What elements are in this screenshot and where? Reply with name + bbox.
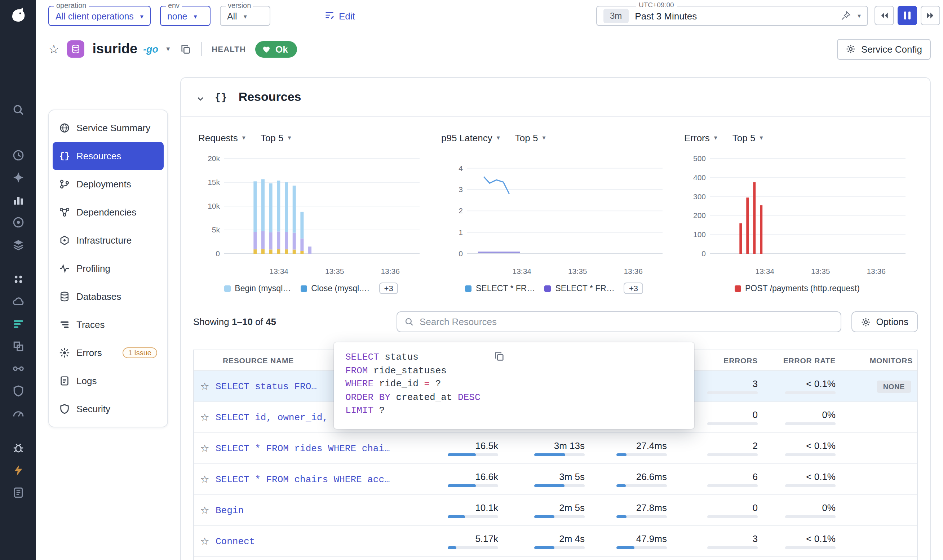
sidebar-item-traces[interactable]: Traces (52, 311, 164, 339)
search-icon[interactable] (12, 104, 24, 116)
sparkle-icon[interactable] (12, 172, 24, 184)
table-row[interactable] (194, 557, 917, 560)
target-icon[interactable] (12, 216, 24, 228)
legend-label: SELECT * FR… (476, 284, 535, 292)
pin-icon[interactable] (841, 11, 851, 21)
star-icon[interactable]: ☆ (194, 443, 215, 454)
sidebar-item-label: Security (77, 404, 110, 414)
metric-cell: 0 (671, 502, 762, 518)
sidebar-item-logs[interactable]: Logs (52, 367, 164, 395)
sidebar-item-infrastructure[interactable]: Infrastructure (52, 226, 164, 254)
resource-name-link[interactable]: Begin (215, 505, 422, 516)
chevron-down-icon[interactable]: ▾ (858, 12, 861, 19)
sidebar-item-databases[interactable]: Databases (52, 283, 164, 311)
chevron-down-icon[interactable]: ▾ (288, 134, 291, 141)
metric-value: 26.6ms (636, 471, 667, 482)
datadog-logo[interactable] (8, 4, 28, 25)
chart-title[interactable]: p95 Latency (441, 132, 492, 143)
boxes-icon[interactable] (12, 340, 24, 352)
filter-operation[interactable]: operationAll client operations▾ (48, 6, 151, 26)
time-range-picker[interactable]: UTC+09:00 3m Past 3 Minutes ▾ (596, 6, 868, 26)
metric-bar (448, 546, 498, 549)
layers-icon[interactable] (12, 238, 24, 251)
table-row[interactable]: ☆SELECT * FROM rides WHERE chai…16.5k3m … (194, 433, 917, 464)
chart-icon[interactable] (12, 194, 24, 206)
history-icon[interactable] (12, 149, 24, 162)
star-icon[interactable]: ☆ (194, 412, 215, 423)
legend-item[interactable]: SELECT * FR… (465, 284, 535, 292)
apps-icon[interactable] (12, 273, 24, 285)
top-n-selector[interactable]: Top 5 (732, 132, 755, 143)
chevron-down-icon[interactable]: ▾ (242, 134, 246, 141)
duration-badge[interactable]: 3m (603, 9, 628, 23)
sidebar-item-profiling[interactable]: Profiling (52, 254, 164, 283)
search-input[interactable] (420, 316, 834, 327)
chevron-down-icon[interactable]: ▾ (714, 134, 717, 141)
chart-title[interactable]: Requests (198, 132, 238, 143)
bug-icon[interactable] (12, 442, 24, 454)
favorite-star-icon[interactable]: ☆ (48, 42, 60, 57)
svg-text:13:36: 13:36 (624, 267, 643, 275)
sidebar-item-resources[interactable]: {}Resources (52, 142, 164, 170)
star-icon[interactable]: ☆ (194, 380, 215, 392)
waveform-icon (59, 263, 70, 274)
filter-env[interactable]: envnone▾ (160, 6, 211, 26)
table-row[interactable]: ☆Connect5.17k2m 4s47.9ms3< 0.1% (194, 526, 917, 557)
options-button[interactable]: Options (851, 311, 918, 332)
metric-cell: 2m 5s (503, 502, 589, 518)
legend-item[interactable]: Close (mysql.… (300, 284, 369, 292)
resource-name-link[interactable]: Connect (215, 536, 422, 547)
copy-icon[interactable] (494, 351, 505, 362)
metric-cell: 10.1k (422, 502, 503, 518)
legend-more-pill[interactable]: +3 (379, 283, 398, 294)
table-row[interactable]: ☆Begin10.1k2m 5s27.8ms00% (194, 495, 917, 526)
legend-swatch (734, 285, 741, 292)
legend-item[interactable]: SELECT * FR… (544, 284, 614, 292)
traces-icon (59, 319, 70, 330)
chevron-down-icon[interactable]: ▾ (166, 45, 170, 52)
sidebar-item-security[interactable]: Security (52, 395, 164, 423)
star-icon[interactable]: ☆ (194, 505, 215, 516)
pipelines-icon[interactable] (12, 318, 24, 330)
fast-forward-button[interactable] (921, 6, 940, 25)
chevron-down-icon[interactable]: ▾ (497, 134, 500, 141)
sidebar-item-service-summary[interactable]: Service Summary (52, 114, 164, 142)
sidebar-item-dependencies[interactable]: Dependencies (52, 198, 164, 226)
bolt-icon[interactable] (12, 464, 24, 476)
filter-version[interactable]: versionAll▾ (220, 6, 270, 26)
table-row[interactable]: ☆SELECT * FROM chairs WHERE acc…16.6k3m … (194, 464, 917, 495)
top-n-selector[interactable]: Top 5 (261, 132, 284, 143)
gauge-icon[interactable] (12, 407, 24, 420)
legend-more-pill[interactable]: +3 (624, 283, 643, 294)
star-icon[interactable]: ☆ (194, 535, 215, 547)
pause-button[interactable] (898, 6, 917, 25)
service-config-button[interactable]: Service Config (837, 38, 931, 60)
link-icon[interactable] (12, 363, 24, 375)
chart-plot[interactable]: 20k15k10k5k013:3413:3513:36 (198, 151, 424, 280)
braces-icon: {} (215, 92, 227, 102)
rewind-button[interactable] (874, 6, 894, 25)
resource-name-link[interactable]: SELECT * FROM rides WHERE chai… (215, 443, 422, 454)
health-status-badge[interactable]: Ok (255, 41, 297, 57)
edit-filters-button[interactable]: Edit (325, 10, 355, 22)
cloud-icon[interactable] (12, 295, 24, 308)
chart-plot[interactable]: 500400300200100013:3413:3513:36 (684, 151, 910, 280)
chevron-down-icon[interactable]: ▾ (542, 134, 545, 141)
top-n-selector[interactable]: Top 5 (515, 132, 538, 143)
copy-icon[interactable] (180, 44, 191, 54)
metric-value: 2 (753, 440, 758, 451)
chevron-down-icon[interactable]: ▾ (760, 134, 763, 141)
legend-item[interactable]: POST /payments (http.request) (734, 284, 860, 292)
chart-plot[interactable]: 4321013:3413:3513:36 (441, 151, 667, 280)
logs-icon[interactable] (12, 486, 24, 499)
sidebar-item-errors[interactable]: Errors1 Issue (52, 339, 164, 367)
collapse-chevron-icon[interactable] (196, 92, 205, 101)
legend-item[interactable]: Begin (mysql… (224, 284, 291, 292)
chart-title[interactable]: Errors (684, 132, 710, 143)
star-icon[interactable]: ☆ (194, 474, 215, 485)
sidebar-item-deployments[interactable]: Deployments (52, 170, 164, 198)
chart-p95-latency: p95 Latency▾Top 5▾4321013:3413:3513:36SE… (441, 130, 667, 295)
sidebar-item-label: Databases (77, 291, 121, 302)
resource-name-link[interactable]: SELECT * FROM chairs WHERE acc… (215, 474, 422, 485)
shield-icon[interactable] (12, 385, 24, 397)
